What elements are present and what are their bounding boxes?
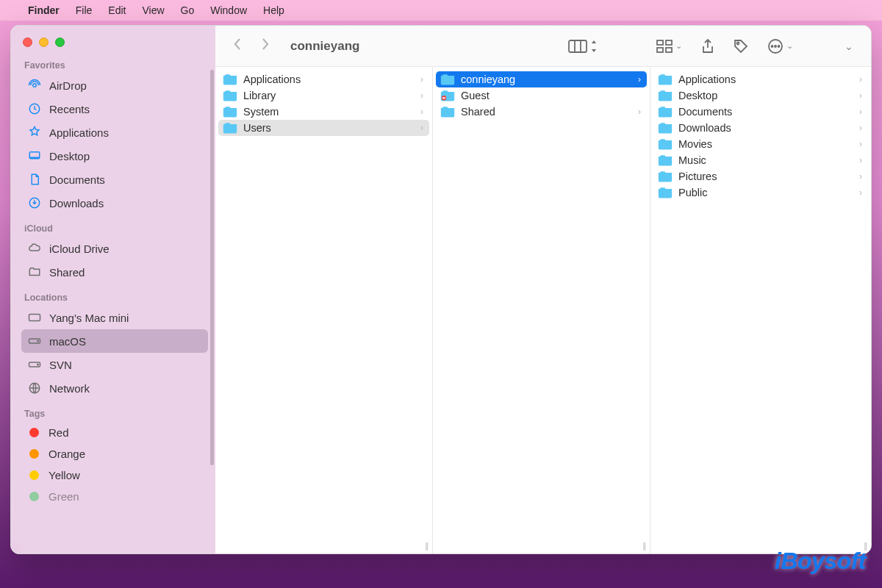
finder-window: Favorites AirDrop Recents Applications D…	[10, 25, 872, 554]
folder-row[interactable]: System ›	[218, 104, 429, 120]
zoom-window-button[interactable]	[55, 37, 65, 47]
sidebar-item-downloads[interactable]: Downloads	[21, 191, 208, 215]
close-window-button[interactable]	[23, 37, 32, 47]
sidebar-item-documents[interactable]: Documents	[21, 168, 208, 191]
network-icon	[27, 381, 42, 395]
folder-row[interactable]: Library ›	[218, 87, 429, 104]
chevron-right-icon: ›	[859, 187, 862, 198]
app-menu[interactable]: Finder	[28, 4, 60, 16]
minimize-window-button[interactable]	[39, 37, 49, 47]
column-resize-handle[interactable]: ‖	[425, 541, 429, 551]
folder-icon	[658, 122, 673, 134]
watermark: iBoysoft	[775, 548, 866, 575]
folder-row[interactable]: Documents ›	[653, 104, 868, 120]
desktop-icon	[27, 148, 42, 163]
toolbar: connieyang ⌄ ⌄ ⌄	[215, 26, 871, 67]
sidebar-item-desktop[interactable]: Desktop	[21, 144, 208, 168]
menu-window[interactable]: Window	[210, 4, 247, 16]
folder-label: Applications	[678, 74, 736, 85]
back-button[interactable]	[229, 37, 246, 54]
sidebar-item-shared[interactable]: Shared	[21, 260, 208, 284]
downloads-icon	[27, 196, 42, 210]
menu-file[interactable]: File	[76, 4, 93, 16]
svg-point-6	[37, 340, 39, 342]
column-3: Applications › Desktop › Documents › Dow…	[650, 67, 871, 553]
group-button[interactable]: ⌄	[652, 40, 686, 53]
chevron-right-icon: ›	[420, 74, 423, 85]
sidebar-item-icloud-drive[interactable]: iCloud Drive	[21, 237, 208, 260]
folder-row[interactable]: Applications ›	[653, 71, 868, 87]
icloud-icon	[27, 241, 42, 256]
sidebar-item-mac[interactable]: Yang's Mac mini	[21, 306, 208, 329]
svg-point-17	[772, 46, 773, 47]
sidebar-scrollbar[interactable]	[210, 70, 214, 465]
grid-icon	[656, 40, 673, 53]
share-button[interactable]	[697, 39, 719, 54]
folder-row[interactable]: Movies ›	[653, 136, 868, 152]
tag-dot-icon	[29, 449, 39, 459]
column-resize-handle[interactable]: ‖	[642, 541, 647, 551]
folder-row-selected[interactable]: Users ›	[218, 120, 429, 136]
columns-view-icon	[568, 40, 587, 53]
forward-button[interactable]	[257, 37, 274, 54]
folder-row[interactable]: Guest	[436, 87, 647, 104]
more-button[interactable]: ⌄	[763, 38, 797, 54]
folder-row[interactable]: Music ›	[653, 152, 868, 168]
svg-rect-21	[442, 98, 445, 99]
folder-row[interactable]: Downloads ›	[653, 120, 868, 136]
mac-icon	[27, 310, 42, 325]
folder-row[interactable]: Pictures ›	[653, 168, 868, 184]
svg-rect-10	[569, 40, 587, 52]
share-icon	[701, 39, 714, 54]
sidebar-item-svn[interactable]: SVN	[21, 353, 208, 376]
tag-icon	[734, 39, 748, 54]
sidebar-item-label: Red	[49, 426, 69, 439]
sidebar-item-label: Network	[49, 382, 90, 395]
menu-edit[interactable]: Edit	[108, 4, 126, 16]
view-mode-button[interactable]	[564, 40, 602, 53]
tag-dot-icon	[29, 428, 39, 437]
sidebar-section-locations: Locations	[24, 293, 208, 303]
folder-row-selected[interactable]: connieyang ›	[436, 71, 647, 87]
column-browser: Applications › Library › System › Users …	[215, 67, 871, 553]
toolbar-overflow-button[interactable]: ⌄	[840, 40, 858, 52]
folder-label: Downloads	[678, 122, 731, 134]
menu-view[interactable]: View	[142, 4, 164, 16]
sidebar-item-label: Yellow	[49, 469, 80, 481]
airdrop-icon	[27, 78, 42, 93]
sidebar-tag-yellow[interactable]: Yellow	[21, 465, 208, 486]
folder-label: Documents	[678, 106, 732, 118]
column-1: Applications › Library › System › Users …	[215, 67, 433, 553]
menu-go[interactable]: Go	[181, 4, 195, 16]
sidebar-tag-green[interactable]: Green	[21, 486, 208, 507]
chevron-right-icon: ›	[420, 90, 423, 101]
sidebar-item-label: macOS	[49, 335, 86, 348]
sidebar-item-airdrop[interactable]: AirDrop	[21, 74, 208, 97]
folder-icon	[658, 74, 673, 85]
svg-rect-14	[666, 48, 672, 52]
sidebar-item-macos[interactable]: macOS	[21, 329, 208, 353]
folder-row[interactable]: Desktop ›	[653, 87, 868, 104]
window-controls	[23, 37, 208, 47]
folder-icon	[223, 122, 237, 134]
more-icon	[767, 38, 784, 54]
folder-label: Guest	[461, 90, 490, 101]
folder-icon	[658, 171, 673, 182]
sidebar-item-network[interactable]: Network	[21, 376, 208, 400]
sidebar-tag-red[interactable]: Red	[21, 422, 208, 443]
tag-button[interactable]	[729, 39, 753, 54]
chevron-right-icon: ›	[420, 107, 423, 117]
folder-label: System	[243, 106, 279, 118]
sidebar-tag-orange[interactable]: Orange	[21, 443, 208, 465]
sidebar-item-recents[interactable]: Recents	[21, 97, 208, 121]
tag-dot-icon	[29, 492, 39, 501]
svg-rect-12	[666, 40, 672, 45]
folder-row[interactable]: Shared ›	[436, 104, 647, 120]
sidebar-item-label: Applications	[49, 126, 109, 139]
sidebar-item-applications[interactable]: Applications	[21, 121, 208, 144]
folder-row[interactable]: Public ›	[653, 184, 868, 201]
sidebar-item-label: Orange	[49, 448, 85, 460]
folder-row[interactable]: Applications ›	[218, 71, 429, 87]
chevron-right-icon: ›	[859, 139, 862, 149]
menu-help[interactable]: Help	[263, 4, 284, 16]
